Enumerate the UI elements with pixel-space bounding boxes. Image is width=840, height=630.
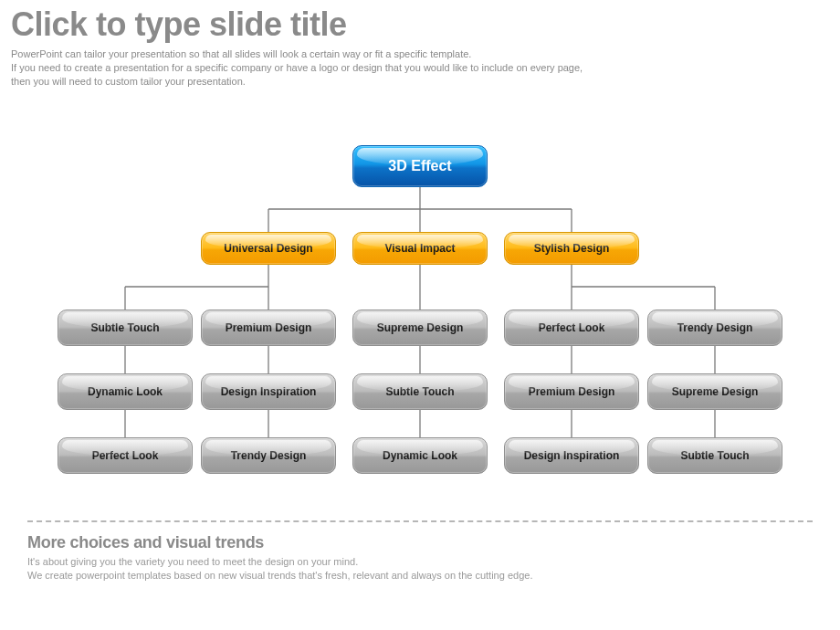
- leaf-node: Design Inspiration: [201, 373, 336, 410]
- leaf-node: Perfect Look: [504, 310, 639, 346]
- leaf-node: Subtle Touch: [647, 437, 782, 474]
- subtitle-line: If you need to create a presentation for…: [11, 62, 583, 73]
- org-chart: 3D Effect Universal Design Visual Impact…: [23, 145, 817, 492]
- leaf-node: Perfect Look: [58, 437, 193, 474]
- leaf-node: Supreme Design: [647, 373, 782, 410]
- leaf-node: Dynamic Look: [352, 437, 488, 474]
- leaf-node: Premium Design: [504, 373, 639, 410]
- slide-title[interactable]: Click to type slide title: [0, 0, 840, 44]
- leaf-node: Dynamic Look: [58, 373, 193, 410]
- footer-title: More choices and visual trends: [27, 533, 532, 552]
- leaf-node: Subtle Touch: [352, 373, 488, 410]
- divider-line: [27, 520, 813, 522]
- footer-block: More choices and visual trends It's abou…: [27, 533, 532, 583]
- subtitle-line: PowerPoint can tailor your presentation …: [11, 48, 471, 59]
- slide-subtitle[interactable]: PowerPoint can tailor your presentation …: [0, 44, 840, 89]
- leaf-node: Premium Design: [201, 310, 336, 346]
- branch-visual-impact: Visual Impact: [352, 232, 488, 265]
- branch-universal-design: Universal Design: [201, 232, 336, 265]
- leaf-node: Supreme Design: [352, 310, 488, 346]
- leaf-node: Subtle Touch: [58, 310, 193, 346]
- branch-stylish-design: Stylish Design: [504, 232, 639, 265]
- footer-text: It's about giving you the variety you ne…: [27, 555, 532, 583]
- leaf-node: Trendy Design: [647, 310, 782, 346]
- subtitle-line: then you will need to custom tailor your…: [11, 76, 246, 87]
- leaf-node: Design Inspiration: [504, 437, 639, 474]
- footer-line: We create powerpoint templates based on …: [27, 570, 532, 581]
- leaf-node: Trendy Design: [201, 437, 336, 474]
- root-node-3d-effect: 3D Effect: [352, 145, 488, 187]
- footer-line: It's about giving you the variety you ne…: [27, 556, 358, 567]
